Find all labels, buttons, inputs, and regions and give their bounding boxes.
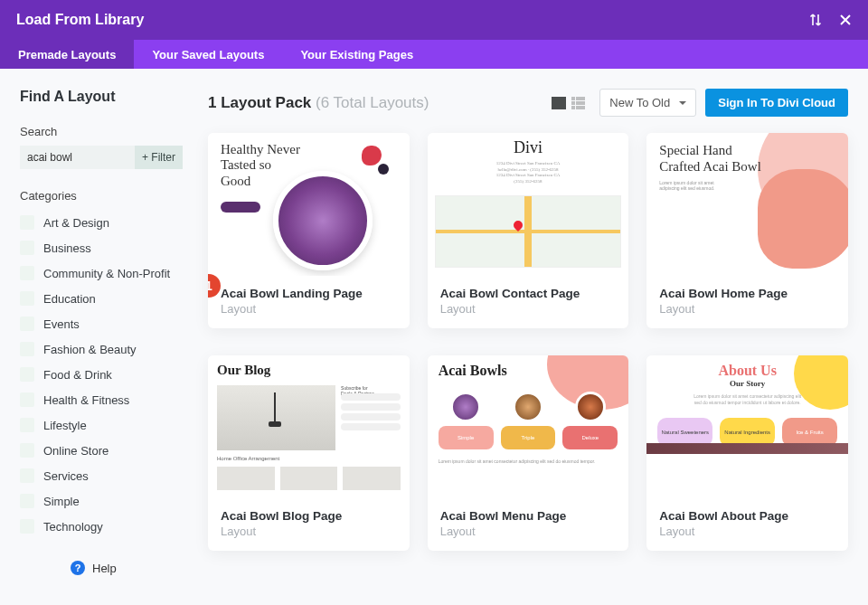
layout-card[interactable]: Special Hand Crafted Acai BowlLorem ipsu… [646, 133, 848, 328]
category-label: Food & Drink [43, 368, 112, 382]
categories-label: Categories [20, 189, 183, 203]
category-item[interactable]: Food & Drink [20, 362, 183, 387]
checkbox-icon [20, 342, 34, 356]
search-input[interactable] [20, 146, 135, 169]
view-grid-icon[interactable] [552, 97, 566, 109]
category-item[interactable]: Lifestyle [20, 412, 183, 438]
category-label: Events [43, 317, 80, 331]
close-icon[interactable] [839, 14, 852, 26]
layout-type: Layout [221, 525, 397, 538]
layout-thumbnail: Special Hand Crafted Acai BowlLorem ipsu… [646, 133, 848, 276]
layout-card[interactable]: Healthy Never Tasted so GoodAcai Bowl La… [208, 133, 410, 328]
category-item[interactable]: Art & Design [20, 210, 183, 235]
layout-title: Acai Bowl Home Page [659, 287, 835, 300]
checkbox-icon [20, 392, 34, 407]
category-label: Art & Design [43, 216, 109, 230]
search-row: + Filter [20, 146, 183, 169]
view-list-icon[interactable] [571, 97, 585, 109]
layout-footer: Acai Bowl Home PageLayout [646, 276, 848, 328]
layout-footer: Acai Bowl Contact PageLayout [428, 276, 629, 328]
layout-title: Acai Bowl About Page [659, 509, 835, 523]
category-item[interactable]: Simple [20, 488, 183, 514]
category-label: Health & Fitness [43, 393, 129, 407]
category-label: Simple [43, 495, 80, 508]
checkbox-icon [20, 519, 34, 534]
checkbox-icon [20, 494, 34, 508]
layout-card[interactable]: Acai BowlsSimpleTripleDeluxeLorem ipsum … [428, 355, 629, 551]
sidebar-heading: Find A Layout [20, 89, 183, 105]
category-label: Services [43, 469, 89, 483]
help-button[interactable]: ? Help [71, 561, 183, 575]
category-label: Online Store [43, 444, 108, 458]
layout-type: Layout [440, 302, 617, 316]
sidebar: Find A Layout Search + Filter Categories… [20, 89, 183, 575]
modal-header: Load From Library [0, 0, 868, 40]
results-count: 1 Layout Pack [208, 94, 311, 111]
layout-title: Acai Bowl Contact Page [440, 287, 617, 300]
checkbox-icon [20, 266, 34, 280]
category-item[interactable]: Technology [20, 514, 183, 539]
swap-icon[interactable] [808, 13, 823, 27]
checkbox-icon [20, 367, 34, 382]
layout-thumbnail: Our BlogSubscribe for Deals & RecipesHom… [208, 355, 410, 498]
layout-card[interactable]: Our BlogSubscribe for Deals & RecipesHom… [208, 355, 410, 551]
category-label: Community & Non-Profit [43, 267, 170, 280]
tab-bar: Premade Layouts Your Saved Layouts Your … [0, 40, 868, 69]
category-label: Fashion & Beauty [43, 343, 137, 356]
layout-title: Acai Bowl Blog Page [221, 509, 397, 523]
category-label: Business [43, 241, 91, 255]
main-toolbar: 1 Layout Pack (6 Total Layouts) New To O… [208, 89, 848, 117]
category-item[interactable]: Fashion & Beauty [20, 336, 183, 362]
category-label: Technology [43, 520, 103, 534]
search-label: Search [20, 125, 183, 138]
view-toggle [552, 97, 585, 109]
main-panel: 1 Layout Pack (6 Total Layouts) New To O… [183, 89, 868, 575]
category-label: Education [43, 292, 96, 306]
layout-type: Layout [440, 525, 617, 538]
help-label: Help [92, 562, 117, 575]
signin-button[interactable]: Sign In To Divi Cloud [705, 89, 848, 117]
checkbox-icon [20, 291, 34, 306]
tab-saved-layouts[interactable]: Your Saved Layouts [134, 40, 282, 69]
results-title: 1 Layout Pack (6 Total Layouts) [208, 94, 429, 112]
checkbox-icon [20, 317, 34, 331]
sort-selected-label: New To Old [609, 96, 670, 109]
results-subcount: (6 Total Layouts) [316, 94, 429, 111]
help-icon: ? [71, 561, 85, 575]
layout-type: Layout [659, 302, 835, 316]
filter-button[interactable]: + Filter [135, 146, 183, 169]
tab-premade-layouts[interactable]: Premade Layouts [0, 40, 134, 69]
tab-existing-pages[interactable]: Your Existing Pages [282, 40, 431, 69]
category-item[interactable]: Education [20, 286, 183, 311]
layout-type: Layout [221, 302, 397, 316]
category-item[interactable]: Online Store [20, 438, 183, 463]
controls: New To Old Sign In To Divi Cloud [552, 89, 848, 117]
layout-card[interactable]: About UsOur StoryLorem ipsum dolor sit a… [646, 355, 848, 551]
modal-title: Load From Library [16, 12, 144, 28]
category-label: Lifestyle [43, 419, 87, 432]
category-item[interactable]: Health & Fitness [20, 387, 183, 412]
layout-grid: Healthy Never Tasted so GoodAcai Bowl La… [208, 133, 848, 551]
category-item[interactable]: Business [20, 235, 183, 260]
layout-footer: Acai Bowl Landing PageLayout [208, 276, 410, 328]
category-item[interactable]: Events [20, 311, 183, 336]
layout-footer: Acai Bowl About PageLayout [646, 498, 848, 551]
checkbox-icon [20, 443, 34, 458]
category-item[interactable]: Services [20, 463, 183, 488]
category-list: Art & DesignBusinessCommunity & Non-Prof… [20, 210, 183, 539]
checkbox-icon [20, 418, 34, 432]
layout-thumbnail: Acai BowlsSimpleTripleDeluxeLorem ipsum … [428, 355, 629, 498]
layout-footer: Acai Bowl Blog PageLayout [208, 498, 410, 551]
checkbox-icon [20, 241, 34, 255]
header-actions [808, 13, 852, 27]
checkbox-icon [20, 468, 34, 483]
checkbox-icon [20, 215, 34, 230]
layout-thumbnail: Divi1234 Divi Street San Francisco CAhel… [428, 133, 629, 276]
layout-footer: Acai Bowl Menu PageLayout [428, 498, 629, 551]
layout-type: Layout [659, 525, 835, 538]
layout-title: Acai Bowl Menu Page [440, 509, 617, 523]
layout-card[interactable]: Divi1234 Divi Street San Francisco CAhel… [428, 133, 629, 328]
category-item[interactable]: Community & Non-Profit [20, 260, 183, 286]
layout-thumbnail: About UsOur StoryLorem ipsum dolor sit a… [646, 355, 848, 498]
sort-select[interactable]: New To Old [599, 89, 696, 117]
